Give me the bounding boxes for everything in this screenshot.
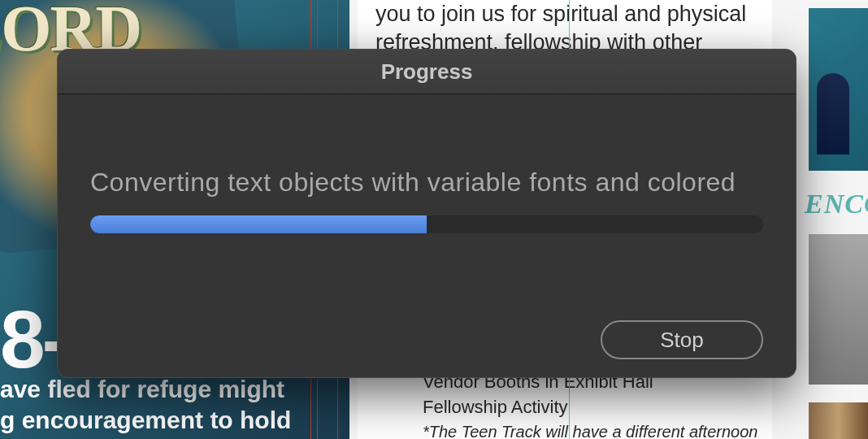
banner-para-line2: g encouragement to hold bbox=[0, 405, 291, 436]
speaker-photo-1 bbox=[809, 8, 868, 171]
center-footnote: *The Teen Track will have a different af… bbox=[423, 423, 757, 439]
banner-para-line1: ave fled for refuge might bbox=[0, 374, 291, 405]
stop-button[interactable]: Stop bbox=[601, 320, 763, 359]
banner-paragraph: ave fled for refuge might g encouragemen… bbox=[0, 374, 291, 435]
dialog-body: Converting text objects with variable fo… bbox=[58, 94, 796, 377]
dialog-titlebar: Progress bbox=[58, 50, 796, 94]
dialog-title: Progress bbox=[381, 59, 473, 85]
banner-number: 8- bbox=[0, 293, 66, 386]
progress-status-text: Converting text objects with variable fo… bbox=[90, 167, 763, 198]
speaker-photo-2 bbox=[809, 234, 868, 385]
dialog-footer: Stop bbox=[601, 320, 763, 359]
speaker-photo-3 bbox=[809, 402, 868, 439]
progress-bar-track bbox=[90, 215, 763, 233]
right-section-title: ENCO bbox=[805, 189, 868, 220]
progress-dialog: Progress Converting text objects with va… bbox=[57, 49, 796, 378]
progress-bar-fill bbox=[90, 215, 427, 233]
schedule-line2: Fellowship Activity bbox=[423, 395, 653, 420]
